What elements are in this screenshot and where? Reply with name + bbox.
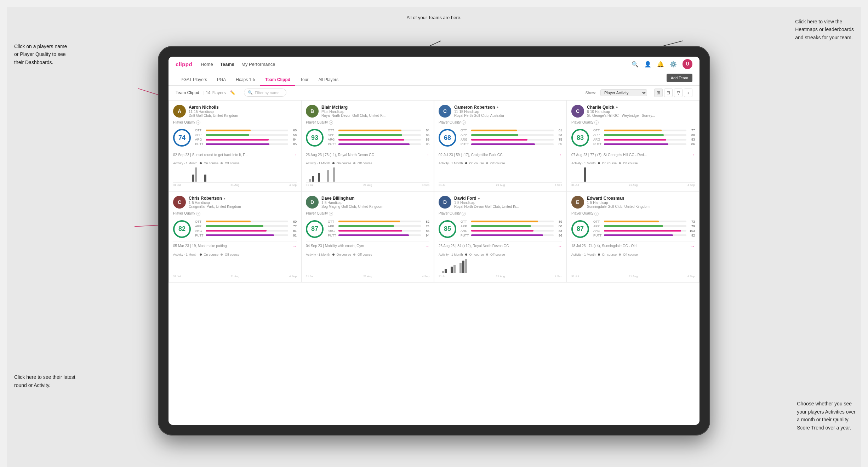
last-round[interactable]: 26 Aug 23 | 84 (+12), Royal North Devon … <box>439 241 562 249</box>
last-round-arrow[interactable]: → <box>425 244 429 249</box>
bell-icon[interactable]: 🔔 <box>657 61 664 68</box>
player-name[interactable]: Cameron Robertson ● <box>454 105 562 110</box>
view-grid2-button[interactable]: ⊞ <box>654 89 663 97</box>
stat-bar-fill <box>338 139 404 141</box>
player-name[interactable]: Charlie Quick ● <box>587 105 695 110</box>
stat-value: 83 <box>555 229 562 233</box>
last-round-arrow[interactable]: → <box>558 152 562 157</box>
stat-row-arg: ARG 75 <box>461 138 562 141</box>
chart-bar <box>445 269 447 273</box>
view-grid4-button[interactable]: ⊟ <box>664 89 673 97</box>
last-round[interactable]: 26 Aug 23 | 73 (+1), Royal North Devon G… <box>306 150 429 157</box>
add-team-button[interactable]: Add Team <box>667 74 692 82</box>
show-select[interactable]: Player Activity Quality Score Trend <box>600 89 647 96</box>
page-wrapper: All of your Teams are here. Click here t… <box>7 7 861 467</box>
profile-icon[interactable]: 👤 <box>644 61 651 68</box>
stat-value: 60 <box>290 129 297 132</box>
last-round-arrow[interactable]: → <box>558 244 562 249</box>
last-round[interactable]: 02 Jul 23 | 59 (+17), Craigmillar Park G… <box>439 150 562 157</box>
quality-score[interactable]: 93 <box>306 129 324 147</box>
date-end: 4 Sep <box>289 275 297 278</box>
quality-score[interactable]: 87 <box>571 220 589 238</box>
player-name[interactable]: Dave Billingham <box>321 196 429 201</box>
last-round-arrow[interactable]: → <box>691 152 695 157</box>
player-handicap: 1-5 Handicap <box>587 201 695 205</box>
nav-my-performance[interactable]: My Performance <box>241 62 275 67</box>
chart-bar-group <box>465 259 467 273</box>
quality-score[interactable]: 87 <box>306 220 324 238</box>
tab-team-clippd[interactable]: Team Clippd <box>260 74 295 86</box>
stat-bar-fill <box>604 139 666 141</box>
player-name[interactable]: Chris Robertson ● <box>189 196 297 201</box>
stat-row-putt: PUTT 85 <box>461 142 562 146</box>
chart-bar <box>453 265 456 273</box>
view-filter-button[interactable]: ▽ <box>674 89 683 97</box>
player-grid-container[interactable]: A Aaron Nicholls 11-15 Handicap Drift Go… <box>169 100 699 425</box>
on-course-dot <box>332 254 335 256</box>
quality-label: Player Quality ? <box>571 120 695 125</box>
stat-bar-fill <box>471 130 517 131</box>
chart-bar-group <box>309 179 311 182</box>
last-round-arrow[interactable]: → <box>292 244 297 249</box>
last-round[interactable]: 04 Sep 23 | Mobility with coach, Gym → <box>306 241 429 249</box>
chart-dates: 31 Jul 21 Aug 4 Sep <box>571 183 695 187</box>
player-name[interactable]: David Ford ● <box>454 196 562 201</box>
stat-bar-fill <box>338 221 400 222</box>
tab-hcaps[interactable]: Hcaps 1-5 <box>231 74 260 86</box>
date-end: 4 Sep <box>687 183 695 187</box>
quality-score[interactable]: 74 <box>173 129 191 147</box>
tab-pga[interactable]: PGA <box>212 74 231 86</box>
chart-bar-group <box>204 175 206 182</box>
stat-value: 83 <box>688 138 695 141</box>
quality-score[interactable]: 82 <box>173 220 191 238</box>
last-round-arrow[interactable]: → <box>425 152 429 157</box>
search-box[interactable]: 🔍 Filter by name <box>244 89 286 97</box>
stat-bar-container <box>338 234 421 236</box>
stat-bar-fill <box>604 225 663 227</box>
stat-label-putt: PUTT <box>593 142 603 146</box>
quality-score[interactable]: 85 <box>439 220 456 238</box>
sub-tabs: PGAT Players PGA Hcaps 1-5 Team Clippd T… <box>169 72 699 86</box>
activity-legend: Activity · 1 Month On course Off course <box>173 161 297 165</box>
quality-score[interactable]: 68 <box>439 129 456 147</box>
on-course-label: On course <box>204 161 219 165</box>
user-avatar[interactable]: U <box>683 59 692 69</box>
stat-value: 84 <box>290 138 297 141</box>
chart-dates: 31 Jul 21 Aug 4 Sep <box>306 275 429 278</box>
team-count: | 14 Players <box>204 90 226 95</box>
quality-score[interactable]: 83 <box>571 129 589 147</box>
player-name[interactable]: Blair McHarg <box>321 105 429 110</box>
settings-icon[interactable]: ⚙️ <box>670 61 677 68</box>
edit-team-icon[interactable]: ✏️ <box>230 90 235 95</box>
stat-label-arg: ARG <box>593 138 603 141</box>
view-sort-button[interactable]: ↕ <box>684 89 692 97</box>
search-icon[interactable]: 🔍 <box>632 61 639 68</box>
stat-value: 85 <box>422 133 429 137</box>
player-info: David Ford ● 1-5 Handicap Royal North De… <box>454 196 562 209</box>
stat-label-app: APP <box>593 224 603 228</box>
last-round-arrow[interactable]: → <box>292 152 297 157</box>
date-mid: 21 Aug <box>629 275 638 278</box>
last-round[interactable]: 18 Jul 23 | 74 (+4), Sunningdale GC - Ol… <box>571 241 695 249</box>
nav-home[interactable]: Home <box>201 62 213 67</box>
tab-all-players[interactable]: All Players <box>313 74 343 86</box>
player-name[interactable]: Edward Crossman <box>587 196 695 201</box>
last-round[interactable]: 07 Aug 23 | 77 (+7), St George's Hill GC… <box>571 150 695 157</box>
tab-tour[interactable]: Tour <box>295 74 313 86</box>
player-name[interactable]: Aaron Nicholls <box>189 105 297 110</box>
last-round[interactable]: 02 Sep 23 | Sunset round to get back int… <box>173 150 297 157</box>
date-end: 4 Sep <box>555 275 562 278</box>
tab-pgat-players[interactable]: PGAT Players <box>176 74 212 86</box>
stat-label-app: APP <box>461 133 470 137</box>
last-round-arrow[interactable]: → <box>691 244 695 249</box>
player-handicap: 6-10 Handicap <box>587 110 695 114</box>
stat-row-app: APP 80 <box>461 224 562 228</box>
annotation-right-bottom: Choose whether you seeyour players Activ… <box>797 400 856 432</box>
chart-dates: 31 Jul 21 Aug 4 Sep <box>571 275 695 278</box>
stat-bar-container <box>206 134 288 136</box>
last-round[interactable]: 05 Mar 23 | 19, Must make putting → <box>173 241 297 249</box>
nav-teams[interactable]: Teams <box>220 62 234 67</box>
player-card: A Aaron Nicholls 11-15 Handicap Drift Go… <box>169 100 301 192</box>
stat-bar-container <box>338 230 421 232</box>
on-course-dot <box>598 162 600 164</box>
